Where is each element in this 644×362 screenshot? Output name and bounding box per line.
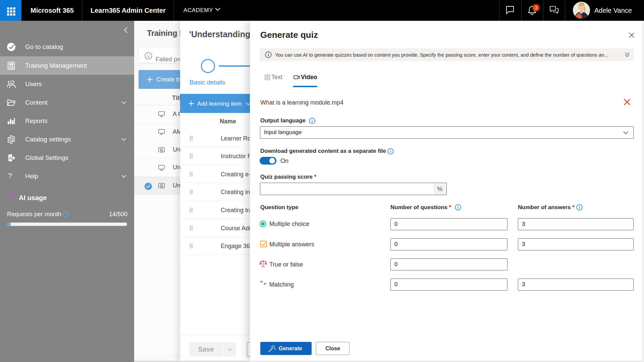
- svg-text:A: A: [9, 156, 12, 160]
